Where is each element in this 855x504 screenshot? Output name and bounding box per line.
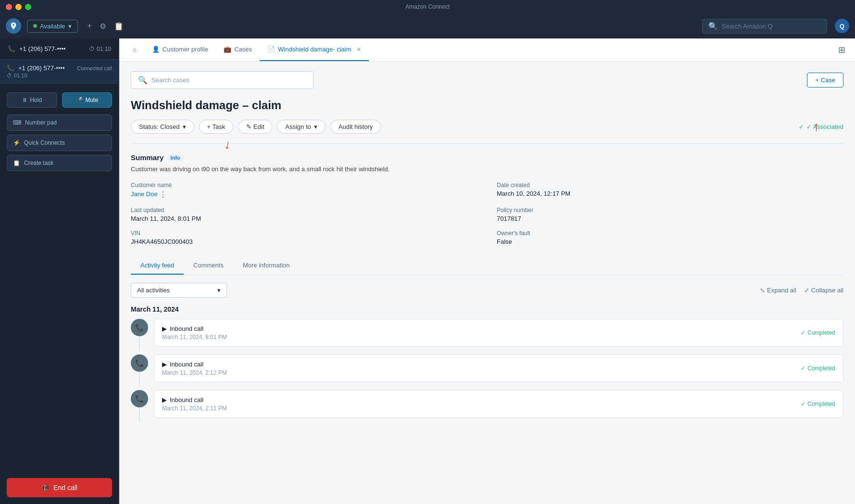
tab-close-button[interactable]: ✕	[356, 46, 361, 53]
main-layout: 📞 +1 (206) 577-•••• ⏱ 01:10 📞 +1 (206) 5…	[0, 38, 855, 504]
briefcase-icon: 💼	[224, 46, 231, 53]
activity-card-2: ▶ Inbound call March 11, 2024, 2:12 PM ✓…	[154, 354, 843, 382]
quick-connects-button[interactable]: ⚡ Quick Connects	[7, 135, 112, 151]
activity-timeline-line-3	[139, 407, 140, 422]
close-traffic-light[interactable]	[6, 4, 12, 10]
last-updated-field: Last updated March 11, 2024, 8:01 PM	[131, 207, 478, 222]
tab-home[interactable]: ⌂	[125, 38, 144, 61]
activity-title-3[interactable]: ▶ Inbound call	[162, 396, 227, 403]
date-created-label: Date created	[497, 182, 843, 189]
settings-icon[interactable]: ⚙	[98, 20, 108, 33]
policy-number-field: Policy number 7017817	[497, 207, 843, 222]
pause-icon: ⏸	[22, 97, 27, 103]
mute-button[interactable]: 🎤 Mute	[62, 92, 113, 108]
assign-to-button[interactable]: Assign to ▾	[277, 120, 325, 134]
audit-history-button[interactable]: Audit history	[330, 120, 381, 134]
top-nav-icons: + ⚙ 📋	[86, 20, 126, 33]
date-created-value: March 10, 2024, 12:17 PM	[497, 190, 843, 197]
phone-icon: 📞	[8, 45, 15, 52]
expand-arrow-icon-3: ▶	[162, 396, 167, 403]
completed-badge-2: ✓ Completed	[801, 365, 835, 372]
new-case-button[interactable]: + Case	[807, 73, 843, 88]
owners-fault-label: Owner's fault	[497, 230, 843, 237]
date-created-field: Date created March 10, 2024, 12:17 PM	[497, 182, 843, 199]
customer-name-field: Customer name Jane Doe ⋮	[131, 182, 478, 199]
activity-icon-col-2: 📞	[131, 354, 148, 386]
associated-badge: ✓ ✓ Associated	[799, 123, 844, 130]
minimize-traffic-light[interactable]	[15, 4, 22, 10]
status-label: Available	[40, 23, 65, 30]
search-input[interactable]	[722, 23, 821, 30]
mic-icon: 🎤	[75, 97, 83, 103]
phone-icon-2: 📞	[7, 64, 14, 72]
activity-date-1: March 11, 2024, 8:01 PM	[162, 334, 227, 340]
activity-icon-col-3: 📞	[131, 390, 148, 422]
info-badge: Info	[167, 154, 183, 161]
expand-arrow-icon-2: ▶	[162, 361, 167, 368]
cases-search-input[interactable]	[151, 76, 306, 84]
owners-fault-field: Owner's fault False	[497, 230, 843, 245]
tabs-actions: ⊞	[834, 38, 849, 61]
fullscreen-traffic-light[interactable]	[25, 4, 31, 10]
expand-all-button[interactable]: ⤡ Expand all	[760, 287, 796, 294]
activity-filter[interactable]: All activities ▾	[131, 283, 227, 298]
case-search-container: 🔍	[131, 71, 314, 89]
sub-tab-comments[interactable]: Comments	[184, 257, 233, 275]
checkmark-icon: ✓	[799, 123, 804, 130]
edit-button[interactable]: ✎ Edit	[238, 120, 272, 134]
active-call-section: 📞 +1 (206) 577-•••• Connected call ⏱ 01:…	[0, 60, 119, 84]
sub-tab-more-information[interactable]: More information	[233, 257, 300, 275]
number-pad-button[interactable]: ⌨ Number pad	[7, 114, 112, 131]
status-button[interactable]: Available ▾	[27, 20, 78, 33]
file-icon: 📄	[267, 46, 275, 53]
vin-label: VIN	[131, 230, 478, 237]
action-bar: Status: Closed ▾ + Task ✎ Edit Assign to…	[131, 120, 843, 134]
summary-header: Summary Info	[131, 153, 843, 162]
search-bar: 🔍	[702, 19, 827, 34]
fields-grid: Customer name Jane Doe ⋮ Date created Ma…	[131, 182, 843, 245]
timer-icon: ⏱	[89, 46, 95, 52]
keypad-icon: ⌨	[13, 119, 21, 126]
hold-button[interactable]: ⏸ Hold	[7, 92, 57, 108]
policy-number-label: Policy number	[497, 207, 843, 214]
grid-view-button[interactable]: ⊞	[834, 43, 849, 57]
status-dot	[33, 24, 37, 28]
right-panel: ⌂ 👤 Customer profile 💼 Cases 📄 Windshiel…	[119, 38, 855, 504]
call-number-display: 📞 +1 (206) 577-••••	[8, 45, 66, 52]
calendar-icon[interactable]: 📋	[112, 20, 126, 33]
activity-title-2[interactable]: ▶ Inbound call	[162, 361, 227, 368]
tab-cases[interactable]: 💼 Cases	[216, 38, 260, 61]
q-assistant-icon[interactable]: Q	[835, 19, 849, 33]
list-item: 📞 ▶ Inbound call March 11, 2024, 2:12 PM	[131, 354, 843, 386]
window-title: Amazon Connect	[405, 3, 450, 10]
case-search-row: 🔍 + Case	[131, 71, 843, 89]
summary-text: Customer was driving on i90 on the way b…	[131, 164, 843, 174]
case-title: Windshield damage – claim	[131, 99, 843, 112]
add-button[interactable]: +	[86, 20, 94, 32]
add-task-button[interactable]: + Task	[199, 120, 234, 134]
customer-name-label: Customer name	[131, 182, 478, 189]
sub-tab-activity-feed[interactable]: Activity feed	[131, 257, 184, 275]
status-closed-button[interactable]: Status: Closed ▾	[131, 120, 194, 134]
tabs-bar: ⌂ 👤 Customer profile 💼 Cases 📄 Windshiel…	[119, 38, 855, 62]
collapse-all-button[interactable]: ⤢ Collapse all	[804, 287, 843, 294]
left-panel: 📞 +1 (206) 577-•••• ⏱ 01:10 📞 +1 (206) 5…	[0, 38, 119, 504]
policy-number-value: 7017817	[497, 215, 843, 222]
activity-title-1[interactable]: ▶ Inbound call	[162, 325, 227, 332]
red-arrow-up-indicator: ↑	[813, 119, 819, 134]
assign-chevron-icon: ▾	[314, 123, 317, 130]
activity-list: 📞 ▶ Inbound call March 11, 2024, 8:01 PM	[131, 319, 843, 422]
list-item: 📞 ▶ Inbound call March 11, 2024, 2:11 PM	[131, 390, 843, 422]
end-call-button[interactable]: 📵 End call	[7, 478, 112, 497]
tab-windshield-claim[interactable]: 📄 Windshield damage- claim ✕	[260, 38, 368, 61]
task-icon: 📋	[13, 160, 20, 166]
customer-name-value[interactable]: Jane Doe ⋮	[131, 190, 478, 199]
activity-card-3: ▶ Inbound call March 11, 2024, 2:11 PM ✓…	[154, 390, 843, 418]
create-task-button[interactable]: 📋 Create task	[7, 155, 112, 171]
quick-connects-icon: ⚡	[13, 139, 20, 146]
end-call-icon: 📵	[41, 484, 50, 491]
user-icon: 👤	[152, 46, 160, 53]
filter-chevron-icon: ▾	[217, 287, 221, 294]
tab-customer-profile[interactable]: 👤 Customer profile	[144, 38, 216, 61]
search-icon-2: 🔍	[138, 76, 148, 85]
